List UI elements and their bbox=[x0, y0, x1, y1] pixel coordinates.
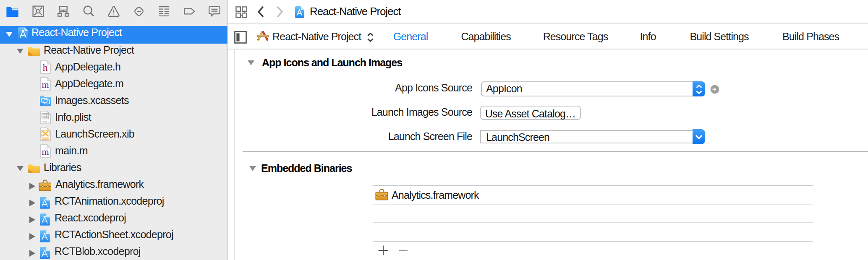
svg-text:m: m bbox=[42, 79, 49, 90]
svg-text:h: h bbox=[43, 62, 48, 73]
svg-text:m: m bbox=[42, 146, 49, 157]
svg-text:PLIST: PLIST bbox=[42, 121, 50, 123]
